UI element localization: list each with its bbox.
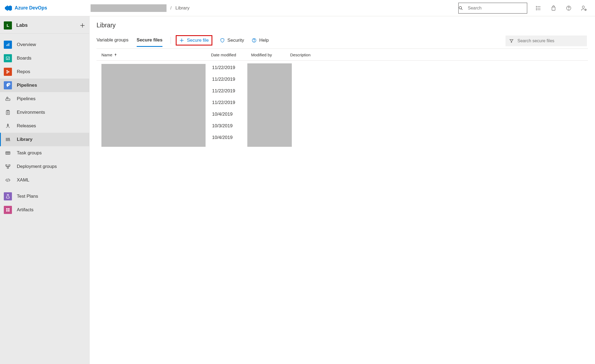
project-switcher[interactable]: L Labs bbox=[0, 17, 89, 34]
svg-point-55 bbox=[254, 41, 254, 41]
sidebar-item-overview[interactable]: Overview bbox=[0, 38, 89, 51]
sidebar-label: Releases bbox=[17, 123, 36, 129]
azure-devops-logo-icon bbox=[5, 5, 12, 12]
sidebar-item-artifacts[interactable]: Artifacts bbox=[0, 203, 89, 217]
brand[interactable]: Azure DevOps bbox=[3, 5, 87, 12]
work-items-icon[interactable] bbox=[535, 5, 541, 11]
svg-line-38 bbox=[9, 138, 10, 141]
task-groups-icon bbox=[4, 150, 12, 156]
sidebar-label: Pipelines bbox=[17, 83, 37, 88]
sidebar-sub-releases[interactable]: Releases bbox=[0, 119, 89, 133]
tab-variable-groups[interactable]: Variable groups bbox=[97, 37, 129, 47]
brand-name: Azure DevOps bbox=[15, 5, 47, 11]
help-icon[interactable] bbox=[566, 5, 572, 11]
sidebar-sub-environments[interactable]: Environments bbox=[0, 106, 89, 119]
grid-header-row: Name Date modified Modified by Descripti… bbox=[97, 49, 588, 61]
sidebar-item-boards[interactable]: Boards bbox=[0, 51, 89, 65]
svg-point-23 bbox=[8, 84, 9, 85]
svg-point-12 bbox=[585, 9, 586, 10]
svg-rect-17 bbox=[9, 43, 9, 46]
breadcrumb-separator: / bbox=[170, 5, 172, 11]
svg-point-4 bbox=[536, 8, 537, 8]
svg-point-11 bbox=[582, 6, 584, 8]
sidebar-label: Environments bbox=[17, 110, 45, 115]
repos-icon bbox=[4, 68, 12, 76]
svg-point-34 bbox=[8, 125, 8, 126]
deployment-groups-icon bbox=[4, 164, 12, 169]
test-plans-icon bbox=[4, 192, 12, 200]
tab-secure-files[interactable]: Secure files bbox=[137, 37, 162, 47]
sidebar-label: Deployment groups bbox=[17, 164, 57, 169]
sidebar-label: Pipelines bbox=[17, 96, 36, 102]
breadcrumb-org-placeholder[interactable] bbox=[91, 4, 167, 12]
sidebar-sub-pipelines[interactable]: Pipelines bbox=[0, 92, 89, 106]
svg-rect-49 bbox=[8, 208, 9, 210]
global-search[interactable] bbox=[458, 3, 527, 14]
xaml-icon bbox=[4, 177, 12, 183]
main-content: Library Variable groups Secure files Sec… bbox=[89, 16, 595, 364]
column-header-modified-by[interactable]: Modified by bbox=[251, 53, 290, 57]
library-icon bbox=[4, 137, 12, 142]
svg-point-6 bbox=[536, 9, 537, 10]
secure-files-filter-input[interactable] bbox=[517, 38, 583, 43]
shield-icon bbox=[220, 38, 225, 43]
global-search-input[interactable] bbox=[468, 3, 527, 13]
svg-rect-48 bbox=[6, 208, 8, 210]
svg-rect-18 bbox=[6, 57, 9, 60]
sidebar-item-pipelines[interactable]: Pipelines bbox=[0, 79, 89, 92]
sidebar-sub-task-groups[interactable]: Task groups bbox=[0, 146, 89, 160]
button-label: Secure file bbox=[187, 38, 209, 43]
redacted-modifiedby-block bbox=[247, 63, 292, 147]
artifacts-icon bbox=[4, 206, 12, 214]
project-tile: L bbox=[4, 21, 12, 30]
help-circle-icon bbox=[252, 38, 257, 43]
column-header-description[interactable]: Description bbox=[290, 53, 588, 57]
sidebar-sub-library[interactable]: Library bbox=[0, 133, 89, 146]
overview-icon bbox=[4, 41, 12, 49]
svg-rect-15 bbox=[7, 45, 7, 46]
sidebar-sub-xaml[interactable]: XAML bbox=[0, 173, 89, 187]
environments-icon bbox=[4, 110, 12, 115]
svg-line-1 bbox=[461, 9, 462, 10]
svg-rect-25 bbox=[7, 97, 8, 99]
sidebar-label: Overview bbox=[17, 42, 36, 47]
toolbar-divider bbox=[171, 37, 171, 44]
svg-rect-50 bbox=[6, 210, 8, 212]
sidebar-sub-deployment-groups[interactable]: Deployment groups bbox=[0, 160, 89, 173]
add-icon[interactable] bbox=[79, 22, 85, 28]
sidebar-label: Task groups bbox=[17, 150, 42, 156]
filter-icon bbox=[509, 39, 514, 43]
help-button[interactable]: Help bbox=[252, 38, 269, 46]
column-header-name[interactable]: Name bbox=[101, 53, 211, 57]
top-header: Azure DevOps / Library bbox=[0, 0, 595, 16]
breadcrumb-current[interactable]: Library bbox=[175, 5, 190, 11]
sidebar-label: Library bbox=[17, 137, 33, 142]
sidebar-label: Repos bbox=[17, 69, 30, 74]
sidebar-label: Test Plans bbox=[17, 194, 38, 199]
svg-rect-51 bbox=[8, 210, 9, 212]
sidebar-label: Boards bbox=[17, 56, 31, 61]
boards-icon bbox=[4, 54, 12, 62]
security-button[interactable]: Security bbox=[220, 38, 244, 46]
user-settings-icon[interactable] bbox=[581, 5, 587, 11]
secure-files-filter[interactable] bbox=[506, 35, 587, 46]
svg-point-21 bbox=[8, 71, 9, 72]
sidebar-item-repos[interactable]: Repos bbox=[0, 65, 89, 79]
svg-rect-8 bbox=[552, 7, 555, 10]
releases-icon bbox=[4, 123, 12, 129]
redacted-names-block bbox=[101, 64, 206, 147]
svg-rect-44 bbox=[6, 165, 7, 166]
plus-icon bbox=[179, 38, 184, 43]
marketplace-icon[interactable] bbox=[551, 5, 556, 11]
search-icon bbox=[459, 6, 468, 10]
svg-point-2 bbox=[536, 6, 537, 7]
svg-point-0 bbox=[459, 6, 462, 9]
project-name: Labs bbox=[16, 22, 79, 28]
top-actions bbox=[535, 5, 592, 11]
svg-rect-30 bbox=[7, 110, 9, 111]
sidebar-item-test-plans[interactable]: Test Plans bbox=[0, 190, 89, 203]
add-secure-file-button[interactable]: Secure file bbox=[176, 35, 212, 46]
svg-rect-24 bbox=[6, 99, 10, 100]
sidebar: L Labs Overview Boards Repos bbox=[0, 16, 89, 364]
column-header-date[interactable]: Date modified bbox=[211, 53, 251, 57]
